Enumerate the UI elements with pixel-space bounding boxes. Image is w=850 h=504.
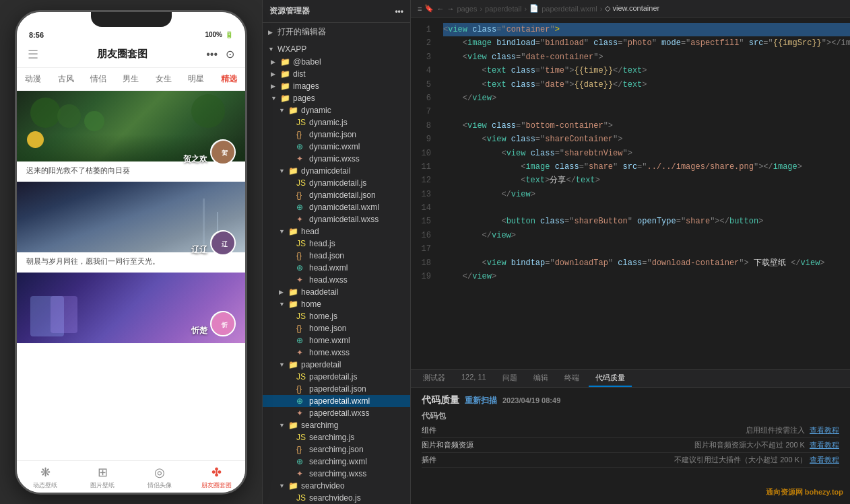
tree-home-js[interactable]: ▶ JS home.js — [263, 310, 410, 322]
quality-link-plugin[interactable]: 查看教程 — [810, 456, 839, 464]
ln-2: 2 — [411, 36, 431, 50]
tree-searchimg-json[interactable]: ▶ {} searchimg.json — [263, 443, 410, 456]
ln-1: 1 — [411, 23, 431, 36]
home-js-label: home.js — [309, 312, 337, 321]
more-icon[interactable]: ••• — [206, 48, 218, 61]
ln-12: 12 — [411, 174, 431, 187]
tree-headdetail[interactable]: ▶ 📁 headdetail — [263, 286, 410, 298]
tree-searchvideo[interactable]: ▼ 📁 searchvideo — [263, 480, 410, 492]
dynamicdetail-json-icon: {} — [296, 190, 307, 200]
babel-label: @babel — [293, 57, 321, 67]
tree-searchimg[interactable]: ▼ 📁 searchimg — [263, 419, 410, 431]
feed-name-1: 贺之欢 — [183, 153, 207, 165]
code-lines[interactable]: <view class="container"> <image bindload… — [435, 17, 850, 369]
quality-value-plugin: 不建议引用过大插件（大小超过 200 K）查看教程 — [674, 455, 839, 465]
bottom-nav-qinglv[interactable]: ◎ 情侣头像 — [131, 465, 189, 490]
tree-searchimg-js[interactable]: ▶ JS searchimg.js — [263, 431, 410, 443]
tree-images[interactable]: ▶ 📁 images — [263, 80, 410, 92]
tab-quality[interactable]: 代码质量 — [589, 370, 632, 387]
tree-dynamic-js[interactable]: ▶ JS dynamic.js — [263, 116, 410, 129]
bottom-nav-dongbizhi[interactable]: ❋ 动态壁纸 — [17, 465, 74, 490]
tree-pages[interactable]: ▼ 📁 pages — [263, 92, 410, 104]
tab-nvsheng[interactable]: 女生 — [148, 71, 180, 87]
tree-searchimg-wxss[interactable]: ▶ ✦ searchimg.wxss — [263, 468, 410, 480]
wxapp-header[interactable]: ▼ WXAPP — [263, 42, 410, 56]
tab-problems[interactable]: 问题 — [496, 370, 524, 387]
breadcrumb-chevron-1: › — [480, 5, 482, 13]
code-line-3: <view class="date-container"> — [443, 50, 850, 64]
feed-item-3[interactable]: 忻楚 忻 — [17, 273, 245, 351]
quality-rescan-btn[interactable]: 重新扫描 — [465, 395, 497, 406]
tree-head-json[interactable]: ▶ {} head.json — [263, 250, 410, 262]
editor-breadcrumb: ≡ 🔖 ← → pages › paperdetail › 📄 paperdet… — [411, 0, 850, 17]
tree-head[interactable]: ▼ 📁 head — [263, 225, 410, 238]
quality-row-media: 图片和音频资源 图片和音频资源大小不超过 200 K 查看教程 — [422, 438, 839, 453]
quality-link-component[interactable]: 查看教程 — [810, 426, 839, 434]
tab-edit[interactable]: 编辑 — [527, 370, 555, 387]
editor-main: ≡ 🔖 ← → pages › paperdetail › 📄 paperdet… — [411, 0, 850, 369]
explorer-more-icon[interactable]: ••• — [395, 7, 403, 16]
tab-gufeng[interactable]: 古风 — [49, 71, 81, 87]
searchvideo-js-icon: JS — [296, 493, 307, 503]
tree-dynamicdetail-json[interactable]: ▶ {} dynamicdetail.json — [263, 189, 410, 201]
tab-qinglv[interactable]: 情侣 — [82, 71, 115, 87]
breadcrumb-chevron-2: › — [525, 5, 527, 13]
tree-dynamic[interactable]: ▼ 📁 dynamic — [263, 104, 410, 116]
nav-fwd-btn[interactable]: → — [447, 5, 454, 13]
dynamic-wxss-label: dynamic.wxss — [309, 154, 360, 164]
images-label: images — [293, 81, 319, 91]
tab-terminal[interactable]: 终端 — [558, 370, 586, 387]
tree-paperdetail[interactable]: ▼ 📁 paperdetail — [263, 359, 410, 371]
bottom-nav-tupian[interactable]: ⊞ 图片壁纸 — [74, 465, 131, 490]
breadcrumb-sep-1: pages — [457, 5, 477, 13]
nav-back-btn[interactable]: ← — [436, 5, 444, 13]
tree-searchvideo-js[interactable]: ▶ JS searchvideo.js — [263, 492, 410, 504]
ln-19: 19 — [411, 270, 431, 283]
tree-home-wxml[interactable]: ▶ ⊕ home.wxml — [263, 334, 410, 347]
tree-paperdetail-js[interactable]: ▶ JS paperdetail.js — [263, 371, 410, 383]
tree-paperdetail-wxml[interactable]: ▶ ⊕ paperdetail.wxml — [263, 395, 410, 407]
home-wxml-icon: ⊕ — [296, 336, 307, 345]
tree-home[interactable]: ▼ 📁 home — [263, 298, 410, 310]
feed-item-1[interactable]: 贺之欢 贺 迟来的阳光救不了枯萎的向日葵 — [17, 91, 245, 180]
tab-position[interactable]: 122, 11 — [455, 370, 493, 387]
tree-head-js[interactable]: ▶ JS head.js — [263, 238, 410, 250]
tree-paperdetail-wxss[interactable]: ▶ ✦ paperdetail.wxss — [263, 407, 410, 419]
tab-test[interactable]: 测试器 — [416, 370, 452, 387]
code-line-10: <view class="sharebtnView"> — [443, 147, 850, 160]
tree-head-wxml[interactable]: ▶ ⊕ head.wxml — [263, 262, 410, 274]
tree-searchimg-wxml[interactable]: ▶ ⊕ searchimg.wxml — [263, 456, 410, 468]
tree-paperdetail-json[interactable]: ▶ {} paperdetail.json — [263, 383, 410, 395]
pengyouquan-label: 朋友圈套图 — [201, 481, 232, 490]
quality-panel: 代码质量 重新扫描 2023/04/19 08:49 代码包 组件 启用组件按需… — [411, 388, 850, 504]
bottom-nav-pengyouquan[interactable]: ✤ 朋友圈套图 — [188, 465, 245, 490]
wxapp-arrow: ▼ — [268, 46, 277, 52]
tree-dynamic-json[interactable]: ▶ {} dynamic.json — [263, 129, 410, 141]
tree-dynamicdetail-js[interactable]: ▶ JS dynamicdetail.js — [263, 177, 410, 189]
paperdetail-wxml-icon: ⊕ — [296, 396, 307, 406]
tab-mingxing[interactable]: 明星 — [180, 71, 212, 87]
tab-nansheng[interactable]: 男生 — [115, 71, 147, 87]
tree-dynamicdetail[interactable]: ▼ 📁 dynamicdetail — [263, 165, 410, 177]
toolbar-hamburger-icon[interactable]: ≡ — [418, 5, 422, 13]
tree-home-json[interactable]: ▶ {} home.json — [263, 322, 410, 334]
tree-babel[interactable]: ▶ 📁 @babel — [263, 56, 410, 68]
tree-dynamic-wxml[interactable]: ▶ ⊕ dynamic.wxml — [263, 141, 410, 153]
feed-item-2[interactable]: 辽辽 辽 朝晨与岁月同往，愿我们一同行至天光。 — [17, 182, 245, 271]
tab-jingxuan[interactable]: 精选 — [213, 71, 245, 87]
paperdetail-js-icon: JS — [296, 372, 307, 382]
quality-link-media[interactable]: 查看教程 — [810, 441, 839, 449]
tree-dynamicdetail-wxml[interactable]: ▶ ⊕ dynamicdetail.wxml — [263, 201, 410, 213]
home-folder-icon: 📁 — [288, 299, 299, 309]
tree-dynamicdetail-wxss[interactable]: ▶ ✦ dynamicdetail.wxss — [263, 213, 410, 225]
toolbar-bookmark-icon[interactable]: 🔖 — [424, 4, 434, 13]
head-arrow: ▼ — [279, 228, 288, 235]
open-editors-arrow: ▶ — [268, 29, 277, 36]
tree-dynamic-wxss[interactable]: ▶ ✦ dynamic.wxss — [263, 153, 410, 165]
tree-home-wxss[interactable]: ▶ ✦ home.wxss — [263, 347, 410, 359]
search-icon[interactable]: ⊙ — [226, 48, 234, 61]
tree-head-wxss[interactable]: ▶ ✦ head.wxss — [263, 274, 410, 286]
tree-dist[interactable]: ▶ 📁 dist — [263, 68, 410, 80]
tab-dongman[interactable]: 动漫 — [17, 71, 49, 87]
open-editors-header[interactable]: ▶ 打开的编辑器 — [263, 24, 410, 40]
